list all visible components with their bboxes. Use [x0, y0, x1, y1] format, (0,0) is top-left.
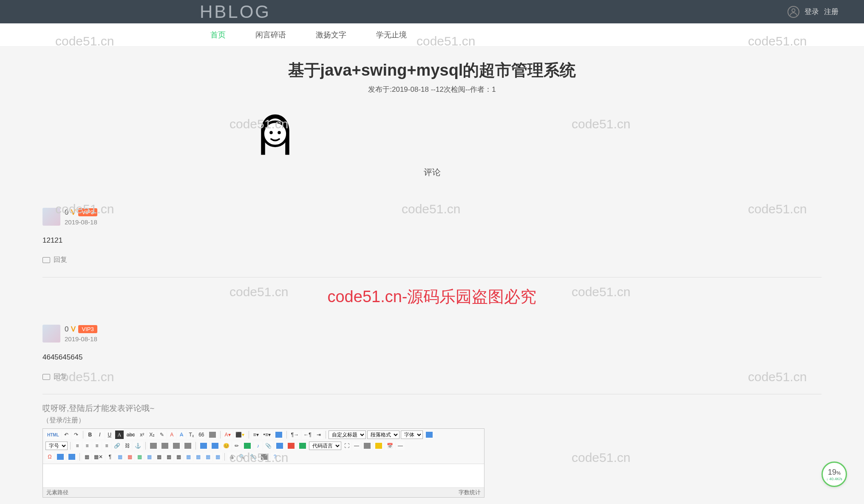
pagebreak-button[interactable]: — — [352, 442, 361, 450]
charts-button[interactable]: ▦ — [213, 453, 222, 461]
insert-paragraph-button[interactable]: ¶ — [106, 453, 114, 461]
reply-button[interactable]: 回复 — [42, 372, 822, 381]
insert-video-button[interactable] — [242, 442, 252, 450]
paragraph-select[interactable]: 段落格式 — [367, 430, 399, 439]
help-button[interactable]: ? — [271, 453, 279, 461]
custom-title-select[interactable]: 自定义标题 — [329, 430, 366, 439]
redo-button[interactable]: ↷ — [72, 430, 80, 439]
formatmatch-button[interactable]: Tᵪ — [187, 430, 195, 439]
reply-button[interactable]: 回复 — [42, 255, 822, 264]
date-button[interactable]: 📅 — [385, 442, 395, 450]
forecolor-button[interactable]: ✎ — [158, 430, 166, 439]
nav-chat[interactable]: 闲言碎语 — [251, 28, 290, 42]
subscript-button[interactable]: X₂ — [147, 430, 156, 439]
emotion-button[interactable]: 😊 — [221, 442, 231, 450]
removeformat-button[interactable]: A̶ — [177, 430, 186, 439]
link-button[interactable]: 🔗 — [112, 442, 122, 450]
indent-button[interactable]: ⇥ — [314, 430, 323, 439]
code-lang-select[interactable]: 代码语言 — [309, 442, 341, 450]
align-center-button[interactable]: ≡ — [83, 442, 91, 450]
fullscreen-button[interactable]: ⛶ — [343, 442, 351, 450]
strikethrough-button[interactable]: abc — [125, 430, 136, 439]
nav-learning[interactable]: 学无止境 — [372, 28, 411, 42]
snapscreen-button[interactable] — [55, 453, 65, 461]
backcolor-button[interactable]: A — [167, 430, 176, 439]
user-icon[interactable] — [788, 6, 799, 18]
anchor-button[interactable]: ⚓ — [133, 442, 143, 450]
insert-ul-button[interactable]: •≡▾ — [262, 430, 272, 439]
avatar[interactable] — [42, 325, 60, 343]
merge-right-button[interactable]: ▦ — [164, 453, 173, 461]
align-right-button[interactable]: ≡ — [93, 442, 101, 450]
comment-username[interactable]: 0 — [65, 208, 68, 217]
selectall-button[interactable] — [274, 430, 284, 439]
insertframe-button[interactable] — [297, 442, 308, 450]
preview-button[interactable]: 🔍 — [237, 453, 247, 461]
template-button[interactable] — [362, 442, 372, 450]
bold-button[interactable]: B — [86, 430, 94, 439]
image-none-button[interactable] — [148, 442, 159, 450]
directionality-button[interactable]: ¶→ — [289, 430, 300, 439]
undo-button[interactable]: ↶ — [62, 430, 71, 439]
split-rows-button[interactable]: ▦ — [194, 453, 202, 461]
underline-button[interactable]: U — [105, 430, 114, 439]
nav-writing[interactable]: 激扬文字 — [312, 28, 351, 42]
touppercase-button[interactable] — [424, 430, 434, 439]
directionality-rtl-button[interactable]: ←¶ — [302, 430, 313, 439]
image-center-button[interactable] — [183, 442, 193, 450]
image-left-button[interactable] — [160, 442, 170, 450]
map-button[interactable] — [275, 442, 285, 450]
time-button[interactable]: — — [396, 442, 405, 450]
speed-widget[interactable]: 19% ↓ 40.4K/s — [822, 462, 847, 487]
font-name-button[interactable]: A — [115, 430, 124, 439]
login-link[interactable]: 登录 — [805, 7, 819, 17]
gmap-button[interactable] — [286, 442, 296, 450]
spechars-button[interactable]: Ω — [45, 453, 54, 461]
pasteplain-button[interactable] — [207, 430, 218, 439]
print-button[interactable]: 🖨 — [227, 453, 236, 461]
music-button[interactable]: ♪ — [254, 442, 262, 450]
source-button[interactable]: HTML — [45, 430, 61, 439]
delete-col-button[interactable]: ▦ — [145, 453, 153, 461]
login-register-link[interactable]: （登录/注册） — [42, 416, 822, 425]
searchreplace-button[interactable]: 🔧 — [248, 453, 258, 461]
background-button[interactable] — [374, 442, 384, 450]
register-link[interactable]: 注册 — [824, 7, 839, 17]
italic-button[interactable]: I — [96, 430, 104, 439]
drafts-button[interactable] — [259, 453, 269, 461]
insert-image-button[interactable] — [198, 442, 209, 450]
scrawl-button[interactable]: ✏ — [232, 442, 241, 450]
editor-textarea[interactable] — [43, 464, 484, 487]
comment-username[interactable]: 0 — [65, 325, 68, 334]
reply-icon — [42, 257, 50, 263]
merge-cells-button[interactable]: ▦ — [155, 453, 163, 461]
insert-multi-image-button[interactable] — [210, 442, 220, 450]
font-family-select[interactable]: 字体 — [401, 430, 423, 439]
forecolor-picker[interactable]: A▾ — [223, 430, 232, 439]
avatar[interactable] — [42, 208, 60, 226]
wordimage-button[interactable] — [67, 453, 77, 461]
comment-header: 0 Ⅴ VIP3 2019-08-18 — [42, 208, 822, 226]
split-cells-button[interactable]: ▦ — [184, 453, 193, 461]
align-justify-button[interactable]: ≡ — [102, 442, 111, 450]
comment-item: 0 Ⅴ VIP3 2019-08-18 4645645645 回复 — [42, 316, 822, 394]
nav-home[interactable]: 首页 — [206, 28, 230, 42]
unlink-button[interactable]: ⛓ — [123, 442, 132, 450]
font-size-select[interactable]: 字号 — [45, 442, 68, 450]
image-right-button[interactable] — [171, 442, 181, 450]
site-logo[interactable]: HBLOG — [200, 2, 271, 22]
blockquote-button[interactable]: 66 — [197, 430, 206, 439]
align-left-button[interactable]: ≡ — [73, 442, 82, 450]
insert-col-button[interactable]: ▦ — [135, 453, 144, 461]
insert-ol-button[interactable]: ≡▾ — [252, 430, 261, 439]
separator — [249, 431, 249, 439]
delete-table-button[interactable]: ▦✕ — [92, 453, 105, 461]
backcolor-picker[interactable]: ⬛▾ — [234, 430, 246, 439]
delete-row-button[interactable]: ▦ — [125, 453, 134, 461]
insert-table-button[interactable]: ▦ — [82, 453, 91, 461]
split-cols-button[interactable]: ▦ — [204, 453, 212, 461]
merge-down-button[interactable]: ▦ — [174, 453, 183, 461]
insert-row-button[interactable]: ▦ — [116, 453, 124, 461]
attachment-button[interactable]: 📎 — [263, 442, 273, 450]
superscript-button[interactable]: x² — [138, 430, 146, 439]
